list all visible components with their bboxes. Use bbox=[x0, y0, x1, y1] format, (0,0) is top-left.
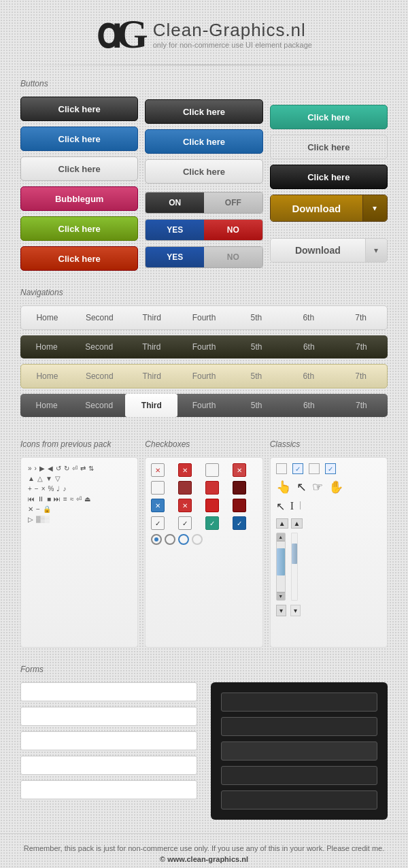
cb-x-2[interactable]: ✕ bbox=[178, 463, 192, 477]
on-off-toggle[interactable]: ON OFF bbox=[145, 192, 262, 214]
nav-fourth-4[interactable]: Fourth bbox=[177, 394, 230, 417]
toggle-on[interactable]: ON bbox=[146, 193, 204, 213]
form-input-dark-1[interactable] bbox=[221, 692, 377, 712]
nav-third-4-active[interactable]: Third bbox=[125, 394, 177, 417]
cb-check-blue[interactable]: ✓ bbox=[233, 516, 246, 530]
nav-home-3[interactable]: Home bbox=[21, 365, 73, 388]
bubblegum-button[interactable]: Bubblegum bbox=[20, 186, 138, 211]
download-main-light[interactable]: Download bbox=[271, 239, 365, 262]
form-input-dark-4[interactable] bbox=[221, 766, 377, 785]
radio-3[interactable] bbox=[178, 534, 189, 545]
download-arrow-light[interactable]: ▾ bbox=[365, 239, 387, 262]
cb-check-2[interactable]: ✓ bbox=[178, 516, 192, 530]
nav-second-1[interactable]: Second bbox=[73, 306, 126, 329]
scroll-down-btn[interactable]: ▼ bbox=[277, 592, 285, 600]
nav-second-4[interactable]: Second bbox=[73, 394, 125, 417]
radio-2[interactable] bbox=[165, 534, 175, 545]
scroll-thumb[interactable] bbox=[277, 548, 285, 575]
click-here-outline[interactable]: Click here bbox=[270, 135, 388, 159]
classic-cb-4[interactable]: ✓ bbox=[325, 463, 336, 474]
nav-5th-1[interactable]: 5th bbox=[230, 306, 282, 329]
toggle-yes-2[interactable]: YES bbox=[146, 247, 204, 267]
download-arrow-dark[interactable]: ▾ bbox=[362, 195, 387, 221]
nav-third-1[interactable]: Third bbox=[126, 306, 178, 329]
nav-6th-1[interactable]: 6th bbox=[282, 306, 335, 329]
nav-fourth-2[interactable]: Fourth bbox=[177, 335, 230, 358]
nav-home-4[interactable]: Home bbox=[20, 394, 73, 417]
nav-7th-1[interactable]: 7th bbox=[335, 306, 387, 329]
nav-7th-2[interactable]: 7th bbox=[335, 335, 388, 358]
cb-empty-1[interactable] bbox=[205, 463, 219, 477]
nav-third-2[interactable]: Third bbox=[125, 335, 177, 358]
form-input-1[interactable] bbox=[20, 682, 197, 701]
scroll-up-icon[interactable]: ▲ bbox=[276, 518, 288, 529]
vertical-scrollbar-thin[interactable] bbox=[291, 533, 298, 601]
nav-fourth-1[interactable]: Fourth bbox=[178, 306, 231, 329]
form-input-dark-5[interactable] bbox=[221, 790, 377, 809]
form-input-3[interactable] bbox=[20, 731, 197, 750]
cb-empty-2[interactable] bbox=[151, 481, 165, 495]
dropdown-arrow-icon[interactable]: ▾ bbox=[276, 605, 286, 616]
hand-cursor-icon[interactable]: 👆 bbox=[276, 480, 291, 495]
click-here-teal[interactable]: Click here bbox=[270, 105, 388, 129]
nav-second-2[interactable]: Second bbox=[73, 335, 125, 358]
click-here-black[interactable]: Click here bbox=[270, 165, 388, 189]
click-here-blue-2[interactable]: Click here bbox=[145, 129, 262, 154]
form-input-dark-2[interactable] bbox=[221, 717, 377, 736]
nav-5th-3[interactable]: 5th bbox=[230, 365, 282, 388]
cb-x-1[interactable]: ✕ bbox=[151, 463, 165, 477]
nav-6th-4[interactable]: 6th bbox=[283, 394, 335, 417]
download-button-light[interactable]: Download ▾ bbox=[270, 238, 388, 263]
cb-check-teal[interactable]: ✓ bbox=[205, 516, 219, 530]
click-here-green[interactable]: Click here bbox=[20, 216, 138, 241]
form-input-dark-3[interactable] bbox=[221, 741, 377, 761]
nav-home-2[interactable]: Home bbox=[20, 335, 73, 358]
form-input-5[interactable] bbox=[20, 780, 197, 799]
cb-red-x[interactable]: ✕ bbox=[178, 499, 192, 512]
cb-check-1[interactable]: ✓ bbox=[151, 516, 165, 530]
click-here-blue-1[interactable]: Click here bbox=[20, 127, 138, 151]
nav-fourth-3[interactable]: Fourth bbox=[178, 365, 231, 388]
nav-5th-2[interactable]: 5th bbox=[231, 335, 283, 358]
toggle-yes-1[interactable]: YES bbox=[146, 220, 204, 240]
nav-home-1[interactable]: Home bbox=[21, 306, 73, 329]
cb-red-sq[interactable] bbox=[205, 499, 219, 512]
yes-no-toggle-1[interactable]: YES NO bbox=[145, 219, 262, 241]
cb-empty-3[interactable] bbox=[178, 481, 192, 495]
cb-x-3[interactable]: ✕ bbox=[233, 463, 246, 477]
nav-6th-3[interactable]: 6th bbox=[282, 365, 335, 388]
nav-6th-2[interactable]: 6th bbox=[283, 335, 335, 358]
click-here-dark-1[interactable]: Click here bbox=[20, 97, 138, 121]
form-input-2[interactable] bbox=[20, 707, 197, 726]
dropdown-arrow-light-icon[interactable]: ▾ bbox=[290, 605, 301, 616]
click-here-light-1[interactable]: Click here bbox=[20, 156, 138, 181]
pointer-icon[interactable]: ☞ bbox=[312, 480, 323, 495]
nav-third-3[interactable]: Third bbox=[126, 365, 178, 388]
toggle-off[interactable]: OFF bbox=[204, 193, 262, 213]
classic-cb-2[interactable]: ✓ bbox=[292, 463, 303, 474]
classic-cb-1[interactable] bbox=[276, 463, 287, 474]
form-input-4[interactable] bbox=[20, 756, 197, 775]
cb-red-1[interactable] bbox=[205, 481, 219, 495]
yes-no-toggle-2[interactable]: YES NO bbox=[145, 246, 262, 268]
toggle-no-2[interactable]: NO bbox=[204, 247, 262, 267]
cb-dark-red[interactable] bbox=[233, 481, 246, 495]
click-here-red[interactable]: Click here bbox=[20, 246, 138, 271]
toggle-no-1[interactable]: NO bbox=[204, 220, 262, 240]
scroll-down-icon[interactable]: ▲ bbox=[291, 518, 303, 529]
vertical-scrollbar[interactable]: ▲ ▼ bbox=[276, 533, 286, 601]
radio-4[interactable] bbox=[192, 534, 203, 545]
cb-dark-sq[interactable] bbox=[233, 499, 246, 512]
scroll-up-btn[interactable]: ▲ bbox=[277, 533, 285, 541]
download-main-dark[interactable]: Download bbox=[271, 195, 362, 221]
hand-open-icon[interactable]: ✋ bbox=[328, 480, 343, 495]
radio-1[interactable] bbox=[151, 534, 162, 545]
nav-5th-4[interactable]: 5th bbox=[231, 394, 283, 417]
nav-7th-4[interactable]: 7th bbox=[335, 394, 388, 417]
download-button-dark[interactable]: Download ▾ bbox=[270, 195, 388, 222]
cb-blue-x[interactable]: ✕ bbox=[151, 499, 165, 512]
click-here-light-2[interactable]: Click here bbox=[145, 159, 262, 184]
nav-7th-3[interactable]: 7th bbox=[335, 365, 387, 388]
classic-cb-3[interactable] bbox=[309, 463, 320, 474]
scroll-thumb-thin[interactable] bbox=[292, 544, 297, 564]
